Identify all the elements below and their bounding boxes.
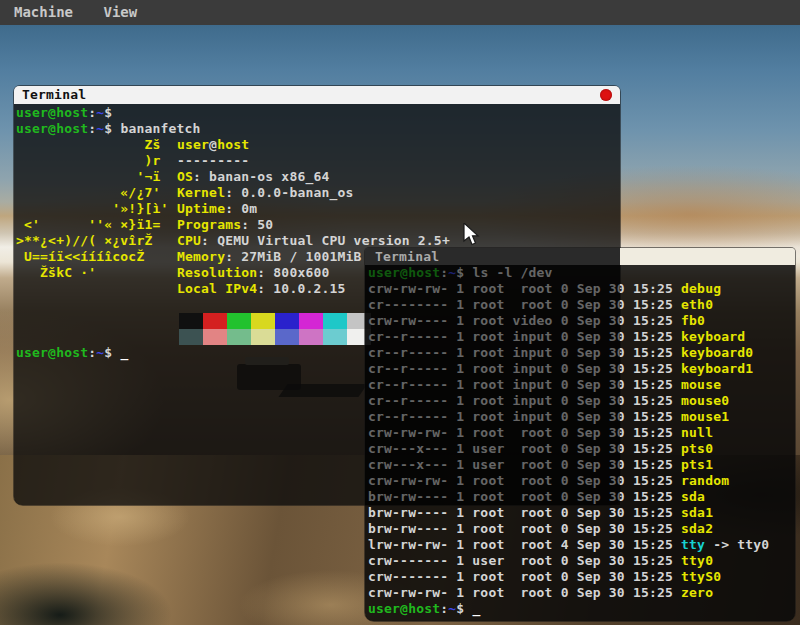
ls-row: crw-rw-rw- 1 root root 0 Sep 30 15:25 ze… [368, 585, 795, 601]
ls-row: cr--r----- 1 root input 0 Sep 30 15:25 m… [368, 377, 795, 393]
palette-swatch [323, 313, 347, 329]
terminal2-body[interactable]: user@host:~$ ls -l /devcrw-rw-rw- 1 root… [365, 265, 795, 621]
palette-swatch [227, 313, 251, 329]
terminal2-active-prompt: user@host:~$ _ [368, 601, 795, 617]
fetch-info-row: --------- [177, 153, 450, 169]
mouse-cursor [463, 223, 485, 247]
ls-row: crw-rw-rw- 1 root root 0 Sep 30 15:25 ra… [368, 473, 795, 489]
ls-row: crw------- 1 root root 0 Sep 30 15:25 tt… [368, 569, 795, 585]
ls-row: cr--r----- 1 root input 0 Sep 30 15:25 m… [368, 393, 795, 409]
terminal2-title-bar-exposed [620, 248, 795, 265]
palette-swatch [203, 313, 227, 329]
palette-swatch [179, 329, 203, 345]
palette-swatch [227, 329, 251, 345]
terminal1-close-button[interactable] [600, 89, 612, 101]
terminal1-active-prompt: user@host:~$ _ [16, 345, 128, 361]
fetch-info-row: OS: banan-os x86_64 [177, 169, 450, 185]
palette-swatch [275, 313, 299, 329]
terminal1-command-line: user@host:~$ bananfetch [16, 121, 201, 137]
vm-menu-bar: Machine View [0, 0, 800, 25]
fetch-info-row: Programs: 50 [177, 217, 450, 233]
ls-row: cr--r----- 1 root input 0 Sep 30 15:25 k… [368, 345, 795, 361]
ls-row: crw------- 1 user root 0 Sep 30 15:25 tt… [368, 553, 795, 569]
palette-swatch [179, 313, 203, 329]
ls-row: brw-rw---- 1 root root 0 Sep 30 15:25 sd… [368, 521, 795, 537]
terminal2-title: Terminal [365, 249, 439, 264]
ls-row: crw---x--- 1 user root 0 Sep 30 15:25 pt… [368, 441, 795, 457]
ls-row: crw-rw---- 1 root video 0 Sep 30 15:25 f… [368, 313, 795, 329]
palette-swatch [323, 329, 347, 345]
ls-row: cr--r----- 1 root input 0 Sep 30 15:25 k… [368, 329, 795, 345]
palette-swatch [251, 329, 275, 345]
menu-item-machine[interactable]: Machine [14, 0, 73, 25]
palette-swatch [251, 313, 275, 329]
ls-row: brw-rw---- 1 root root 0 Sep 30 15:25 sd… [368, 489, 795, 505]
terminal1-title: Terminal [14, 87, 86, 102]
bananfetch-palette-row2 [179, 329, 371, 345]
terminal2-window: Terminal user@host:~$ ls -l /devcrw-rw-r… [365, 248, 795, 621]
ls-row: crw-rw-rw- 1 root root 0 Sep 30 15:25 nu… [368, 425, 795, 441]
fetch-info-row: CPU: QEMU Virtual CPU version 2.5+ [177, 233, 450, 249]
fetch-info-row: Kernel: 0.0.0-banan_os [177, 185, 450, 201]
terminal2-command-line: user@host:~$ ls -l /dev [368, 265, 795, 281]
ls-row: crw-rw-rw- 1 root root 0 Sep 30 15:25 de… [368, 281, 795, 297]
bananfetch-ascii-art: Zš )r '¬ï «/¿7' '»!}[ì' <' ''« ×}ï1= >**… [16, 137, 169, 281]
terminal2-title-bar[interactable]: Terminal [365, 248, 795, 265]
terminal1-title-bar[interactable]: Terminal [14, 86, 620, 104]
palette-swatch [299, 313, 323, 329]
fetch-info-row: Uptime: 0m [177, 201, 450, 217]
vm-screen: Machine View Terminal user@host:~$ user@… [0, 0, 800, 625]
terminal2-title-bar-covered: Terminal [365, 248, 620, 265]
menu-item-view[interactable]: View [103, 0, 137, 25]
ls-row: crw---x--- 1 user root 0 Sep 30 15:25 pt… [368, 457, 795, 473]
bananfetch-palette-row1 [179, 313, 371, 329]
palette-swatch [275, 329, 299, 345]
terminal2-output: user@host:~$ ls -l /devcrw-rw-rw- 1 root… [368, 265, 795, 617]
ls-row: brw-rw---- 1 root root 0 Sep 30 15:25 sd… [368, 505, 795, 521]
ls-row: cr--r----- 1 root input 0 Sep 30 15:25 k… [368, 361, 795, 377]
ls-row: cr--r----- 1 root input 0 Sep 30 15:25 m… [368, 409, 795, 425]
fetch-info-row: user@host [177, 137, 450, 153]
palette-swatch [203, 329, 227, 345]
terminal1-prompt-line: user@host:~$ [16, 105, 120, 121]
ls-row: lrw-rw-rw- 1 root root 4 Sep 30 15:25 tt… [368, 537, 795, 553]
ls-row: cr-------- 1 root root 0 Sep 30 15:25 et… [368, 297, 795, 313]
palette-swatch [299, 329, 323, 345]
